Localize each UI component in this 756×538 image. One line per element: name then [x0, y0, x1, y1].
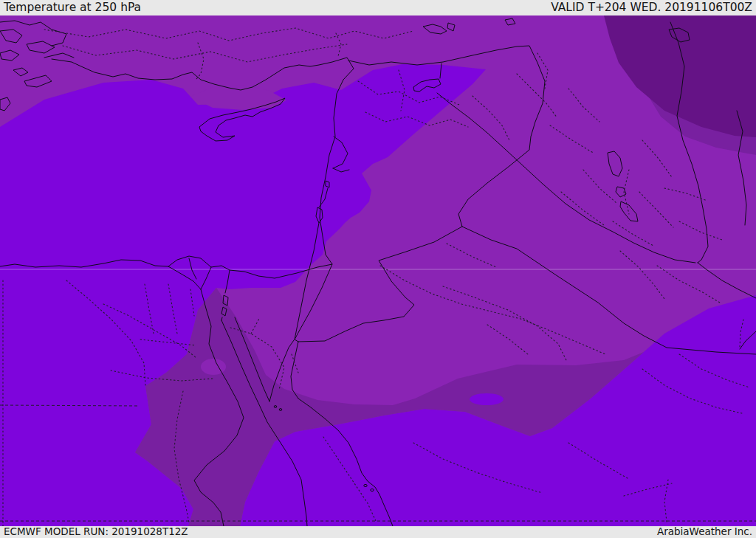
weather-map: [0, 15, 756, 526]
footer-bar: ECMWF MODEL RUN: 20191028T12Z ArabiaWeat…: [0, 526, 756, 538]
page-title: Temperature at 250 hPa: [4, 2, 141, 14]
header-bar: Temperature at 250 hPa VALID T+204 WED. …: [0, 0, 756, 15]
model-run-label: ECMWF MODEL RUN: 20191028T12Z: [4, 527, 188, 537]
valid-time-label: VALID T+204 WED. 20191106T00Z: [551, 2, 752, 14]
map-area: [0, 15, 756, 526]
credit-label: ArabiaWeather Inc.: [657, 527, 752, 537]
shading-bright-pocket: [470, 393, 504, 405]
weather-map-window: Temperature at 250 hPa VALID T+204 WED. …: [0, 0, 756, 538]
